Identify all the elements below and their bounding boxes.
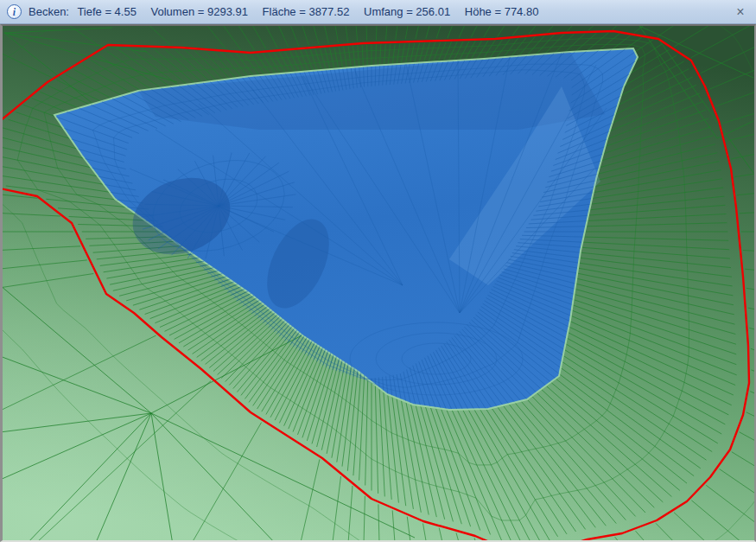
viewport-3d[interactable] — [0, 24, 756, 542]
title-stat-flaeche: Fläche = 3877.52 — [263, 5, 350, 18]
close-icon: × — [736, 4, 744, 19]
window-titlebar[interactable]: i Becken: Tiefe = 4.55 Volumen = 9293.91… — [0, 0, 756, 24]
terrain-3d-scene — [3, 26, 754, 540]
becken-info-window: i Becken: Tiefe = 4.55 Volumen = 9293.91… — [0, 0, 756, 542]
title-stat-tiefe: Tiefe = 4.55 — [77, 5, 137, 18]
window-title: Becken: Tiefe = 4.55 Volumen = 9293.91 F… — [29, 5, 550, 18]
title-stat-umfang: Umfang = 256.01 — [364, 5, 450, 18]
info-icon: i — [7, 4, 22, 19]
title-stat-volumen: Volumen = 9293.91 — [151, 5, 248, 18]
close-button[interactable]: × — [733, 4, 748, 20]
title-stat-hoehe: Höhe = 774.80 — [465, 5, 539, 18]
title-object-label: Becken: — [29, 5, 69, 18]
